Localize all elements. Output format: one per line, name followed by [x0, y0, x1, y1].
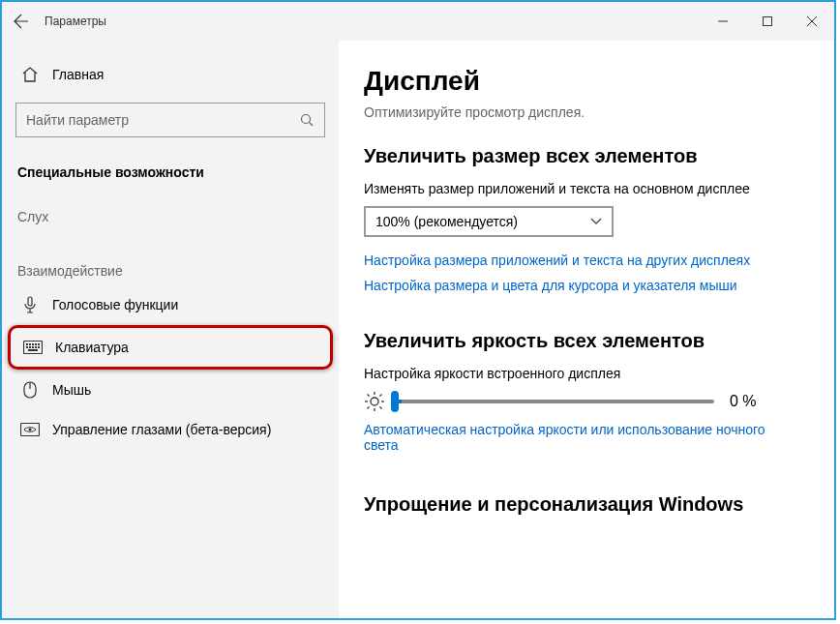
heading-brightness: Увеличить яркость всех элементов: [364, 330, 815, 352]
search-input[interactable]: Найти параметр: [15, 103, 325, 137]
brightness-percent: 0 %: [730, 393, 757, 410]
titlebar: Параметры: [2, 2, 834, 41]
svg-rect-4: [28, 297, 32, 306]
svg-line-27: [379, 406, 381, 408]
svg-point-20: [29, 429, 32, 431]
svg-rect-12: [29, 346, 31, 348]
sidebar-section-hearing: Слух: [2, 199, 339, 230]
search-placeholder: Найти параметр: [26, 112, 299, 128]
settings-window: Параметры Главная Найти п: [0, 0, 836, 620]
microphone-icon: [17, 296, 43, 313]
svg-rect-1: [764, 17, 772, 26]
search-icon: [299, 112, 315, 128]
heading-scale: Увеличить размер всех элементов: [364, 145, 815, 167]
svg-rect-8: [32, 343, 34, 345]
link-auto-brightness[interactable]: Автоматическая настройка яркости или исп…: [364, 422, 770, 453]
page-title: Дисплей: [364, 66, 815, 97]
keyboard-icon: [20, 341, 45, 354]
svg-point-2: [302, 115, 311, 124]
svg-rect-10: [38, 343, 40, 345]
content-pane: Дисплей Оптимизируйте просмотр дисплея. …: [339, 41, 834, 618]
svg-rect-13: [32, 346, 34, 348]
sidebar-item-speech[interactable]: Голосовые функции: [2, 284, 339, 325]
brightness-icon: [364, 391, 385, 412]
sidebar-item-eye-control[interactable]: Управление глазами (бета-версия): [2, 410, 339, 449]
sidebar-item-label: Управление глазами (бета-версия): [52, 422, 271, 437]
link-scale-other-displays[interactable]: Настройка размера приложений и текста на…: [364, 253, 815, 268]
brightness-slider[interactable]: [395, 400, 714, 403]
svg-rect-6: [26, 343, 28, 345]
page-subtitle: Оптимизируйте просмотр дисплея.: [364, 104, 815, 120]
eye-control-icon: [17, 423, 43, 436]
brightness-description: Настройка яркости встроенного дисплея: [364, 366, 815, 381]
svg-rect-7: [29, 343, 31, 345]
mouse-icon: [17, 381, 43, 399]
svg-line-3: [310, 123, 314, 127]
svg-rect-11: [26, 346, 28, 348]
scale-dropdown-value: 100% (рекомендуется): [375, 214, 590, 229]
sidebar-item-mouse[interactable]: Мышь: [2, 370, 339, 410]
link-cursor-pointer[interactable]: Настройка размера и цвета для курсора и …: [364, 278, 815, 293]
svg-rect-16: [28, 349, 38, 351]
sidebar-item-label: Мышь: [52, 382, 91, 398]
sidebar-item-keyboard[interactable]: Клавиатура: [11, 328, 330, 367]
close-button[interactable]: [790, 2, 834, 41]
svg-rect-15: [38, 346, 40, 348]
window-title: Параметры: [45, 15, 106, 28]
sidebar-section-interaction: Взаимодействие: [2, 253, 339, 284]
scale-dropdown[interactable]: 100% (рекомендуется): [364, 206, 614, 237]
back-button[interactable]: [2, 2, 41, 41]
home-icon: [17, 66, 43, 83]
minimize-button[interactable]: [701, 2, 745, 41]
sidebar-section-accessibility: Специальные возможности: [2, 155, 339, 186]
sidebar-item-label: Клавиатура: [55, 340, 129, 355]
scale-description: Изменять размер приложений и текста на о…: [364, 181, 815, 196]
svg-rect-9: [35, 343, 37, 345]
highlight-annotation: Клавиатура: [8, 325, 333, 370]
sidebar-home-label: Главная: [52, 67, 104, 82]
heading-simplify: Упрощение и персонализация Windows: [364, 493, 815, 516]
slider-thumb[interactable]: [391, 391, 399, 412]
svg-line-29: [379, 395, 381, 397]
svg-point-21: [371, 398, 378, 405]
sidebar: Главная Найти параметр Специальные возмо…: [2, 41, 339, 618]
svg-line-28: [368, 406, 370, 408]
sidebar-item-label: Голосовые функции: [52, 297, 178, 312]
maximize-button[interactable]: [745, 2, 790, 41]
svg-line-26: [368, 395, 370, 397]
svg-rect-14: [35, 346, 37, 348]
chevron-down-icon: [590, 218, 602, 225]
sidebar-home[interactable]: Главная: [2, 58, 339, 91]
